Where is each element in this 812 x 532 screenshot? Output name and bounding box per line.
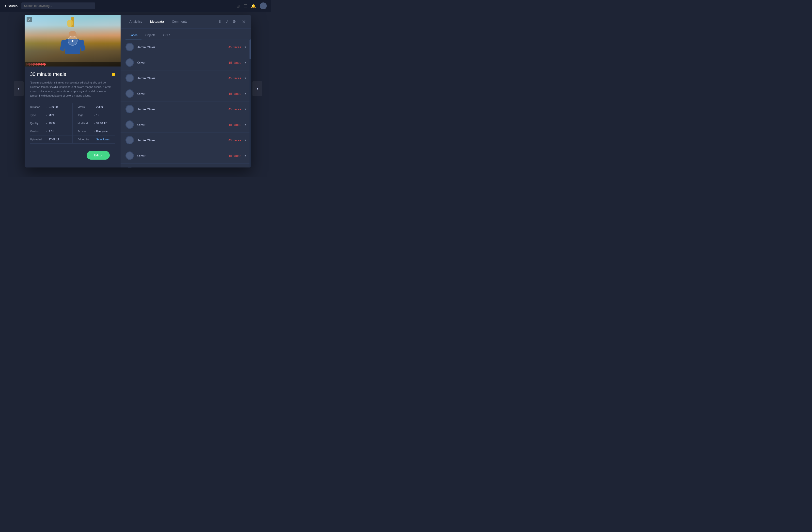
face-count-1: 15 faces <box>228 61 241 65</box>
video-title: 30 minute meals <box>30 71 66 77</box>
face-item-8: Oliver 15 faces ▾ <box>120 164 251 167</box>
meta-label-uploaded: Uploaded <box>30 138 45 141</box>
face-label-0: faces <box>233 45 241 49</box>
face-avatar-0 <box>126 43 134 51</box>
arrow-left-icon: ‹ <box>18 85 19 92</box>
face-name-3: Oliver <box>137 92 225 96</box>
face-avatar-3 <box>126 89 134 98</box>
expand-icon[interactable]: ⤢ <box>27 17 32 22</box>
share-icon[interactable]: ⤢ <box>226 19 229 24</box>
nav-icon-2[interactable]: ☰ <box>244 4 247 9</box>
face-count-6: 45 faces <box>228 138 241 142</box>
sub-tab-ocr[interactable]: OCR <box>159 31 174 39</box>
video-description: "Lorem ipsum dolor sit amet, consectetur… <box>30 81 115 98</box>
face-num-6: 45 <box>228 138 232 142</box>
sub-tabs: Faces Objects OCR <box>120 29 251 39</box>
face-chevron-2[interactable]: ▾ <box>245 76 246 80</box>
face-chevron-6[interactable]: ▾ <box>245 138 246 142</box>
face-count-2: 45 faces <box>228 76 241 80</box>
meta-label-type: Type <box>30 114 45 116</box>
face-label-5: faces <box>233 123 241 127</box>
face-name-7: Oliver <box>137 154 225 158</box>
meta-value-access: Everyone <box>96 130 107 133</box>
face-chevron-7[interactable]: ▾ <box>245 154 246 157</box>
meta-type: Type - MP4 <box>30 111 73 119</box>
meta-value-modified: 31.10.17 <box>96 122 107 125</box>
meta-value-type: MP4 <box>49 114 54 116</box>
left-panel: ⤢ <box>25 15 120 167</box>
right-panel: Analytics Metadata Comments ⬇ ⤢ ⚙ ✕ Face… <box>120 15 251 167</box>
top-nav: ✦ Studio ⊞ ☰ 🔔 <box>0 0 271 12</box>
face-item-2: Jamie Oliver 45 faces ▾ <box>120 70 251 86</box>
meta-value-added-by[interactable]: Sam Jones <box>96 138 110 141</box>
status-dot <box>112 73 115 76</box>
tab-analytics[interactable]: Analytics <box>126 15 146 28</box>
settings-icon[interactable]: ⚙ <box>233 19 236 24</box>
video-title-row: 30 minute meals <box>30 71 115 77</box>
face-label-4: faces <box>233 107 241 111</box>
face-item-4: Jamie Oliver 45 faces ▾ <box>120 101 251 117</box>
sub-tab-faces[interactable]: Faces <box>126 31 142 39</box>
face-chevron-0[interactable]: ▾ <box>245 45 246 49</box>
face-name-5: Oliver <box>137 123 225 127</box>
face-label-3: faces <box>233 92 241 96</box>
download-icon[interactable]: ⬇ <box>218 19 221 24</box>
scrollbar-thumb[interactable] <box>249 39 251 59</box>
play-button[interactable] <box>68 36 77 45</box>
face-item-5: Oliver 15 faces ▾ <box>120 117 251 132</box>
meta-value-version: 1.01 <box>49 130 54 133</box>
nav-icon-3[interactable]: 🔔 <box>251 4 256 9</box>
sub-tab-objects[interactable]: Objects <box>142 31 159 39</box>
face-chevron-3[interactable]: ▾ <box>245 92 246 95</box>
face-name-0: Jamie Oliver <box>137 45 225 49</box>
meta-value-tags: 12 <box>96 114 99 116</box>
nav-arrow-left[interactable]: ‹ <box>14 81 24 96</box>
nav-arrow-right[interactable]: › <box>252 81 262 96</box>
face-item-3: Oliver 15 faces ▾ <box>120 86 251 101</box>
face-name-1: Oliver <box>137 61 225 65</box>
search-input[interactable] <box>21 2 95 9</box>
face-avatar-2 <box>126 74 134 82</box>
meta-added-by: Added by - Sam Jones <box>73 136 115 144</box>
face-item-6: Jamie Oliver 45 faces ▾ <box>120 132 251 148</box>
face-count-3: 15 faces <box>228 92 241 96</box>
face-avatar-8 <box>126 167 134 167</box>
tab-comments[interactable]: Comments <box>168 15 191 28</box>
face-count-5: 15 faces <box>228 123 241 127</box>
faces-list[interactable]: Jamie Oliver 45 faces ▾ Oliver 15 faces … <box>120 39 251 167</box>
face-avatar-6 <box>126 136 134 144</box>
face-chevron-1[interactable]: ▾ <box>245 61 246 64</box>
face-label-2: faces <box>233 76 241 80</box>
video-thumbnail: ⤢ <box>25 15 120 67</box>
close-button[interactable]: ✕ <box>242 19 246 25</box>
meta-value-quality: 1080p <box>49 122 56 125</box>
meta-value-views: 2,389 <box>96 106 103 108</box>
meta-label-duration: Duration <box>30 106 45 108</box>
face-chevron-5[interactable]: ▾ <box>245 123 246 126</box>
left-panel-bottom: Editor <box>25 147 120 167</box>
face-avatar-7 <box>126 152 134 160</box>
nav-icon-1[interactable]: ⊞ <box>236 4 240 9</box>
face-avatar-1 <box>126 58 134 67</box>
face-name-4: Jamie Oliver <box>137 107 225 111</box>
meta-tags: Tags - 12 <box>73 111 115 119</box>
app-logo: ✦ Studio <box>4 4 17 8</box>
meta-label-tags: Tags <box>77 114 92 116</box>
meta-uploaded: Uploaded - 27.09.17 <box>30 136 73 144</box>
meta-label-quality: Quality <box>30 122 45 125</box>
meta-version: Version - 1.01 <box>30 127 73 136</box>
meta-label-views: Views <box>77 106 92 108</box>
face-avatar-4 <box>126 105 134 113</box>
face-avatar-5 <box>126 121 134 129</box>
meta-duration: Duration - 9.99:00 <box>30 103 73 111</box>
face-num-5: 15 <box>228 123 232 127</box>
app-name: Studio <box>8 4 17 8</box>
meta-label-version: Version <box>30 130 45 133</box>
face-num-4: 45 <box>228 107 232 111</box>
tab-metadata[interactable]: Metadata <box>146 15 168 28</box>
editor-button[interactable]: Editor <box>87 151 110 159</box>
timeline-bar[interactable] <box>25 62 120 67</box>
meta-access: Access - Everyone <box>73 127 115 136</box>
user-avatar[interactable] <box>260 2 267 9</box>
face-chevron-4[interactable]: ▾ <box>245 107 246 111</box>
